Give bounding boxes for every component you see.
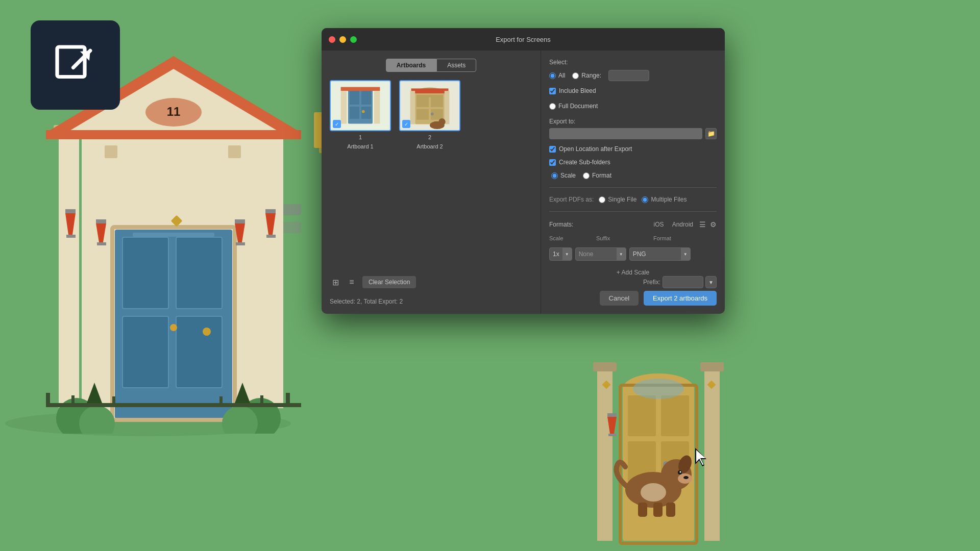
select-label: Select: <box>549 59 717 66</box>
add-scale-row: + Add Scale <box>549 269 717 276</box>
tab-artboards[interactable]: Artboards <box>386 59 436 72</box>
multiple-files-radio[interactable] <box>642 196 648 203</box>
svg-rect-24 <box>122 316 168 388</box>
single-file-radio[interactable] <box>599 196 605 203</box>
include-bleed-checkbox[interactable] <box>549 88 556 94</box>
svg-rect-69 <box>374 91 380 123</box>
settings-format-icon[interactable]: ⚙ <box>710 220 717 229</box>
svg-rect-48 <box>112 396 115 407</box>
artboard-1-name: Artboard 1 <box>347 143 373 149</box>
prefix-dropdown-arrow[interactable]: ▼ <box>705 276 717 288</box>
scale-dropdown-arrow[interactable]: ▼ <box>562 247 572 261</box>
artboard-2-number: 2 <box>428 134 431 140</box>
format-column-headers: Scale Suffix Format <box>549 235 717 241</box>
svg-rect-74 <box>416 109 429 120</box>
svg-rect-109 <box>638 503 647 517</box>
svg-rect-86 <box>593 362 617 371</box>
export-button[interactable]: Export 2 artboards <box>644 291 717 306</box>
all-radio[interactable] <box>549 72 556 79</box>
svg-point-83 <box>438 118 445 125</box>
svg-point-78 <box>431 112 434 115</box>
svg-rect-22 <box>122 237 168 309</box>
open-location-checkbox[interactable] <box>549 146 556 153</box>
export-path-input[interactable] <box>549 128 702 139</box>
prefix-area: Prefix: ▼ <box>643 276 725 288</box>
action-buttons: Cancel Export 2 artboards <box>600 291 717 306</box>
single-file-option: Single File <box>599 196 636 203</box>
artboard-2-check <box>402 120 410 128</box>
minimize-button[interactable] <box>339 36 346 43</box>
right-panel: Select: All Range: 1–2 Include Bleed <box>541 51 725 314</box>
format-radio-text: Format <box>592 172 611 179</box>
svg-rect-19 <box>228 145 241 158</box>
all-radio-label[interactable]: All <box>549 72 565 79</box>
svg-rect-52 <box>286 393 290 407</box>
svg-rect-110 <box>653 503 663 517</box>
svg-rect-87 <box>700 362 724 371</box>
svg-rect-34 <box>265 209 276 213</box>
range-input[interactable]: 1–2 <box>608 70 649 81</box>
grid-view-icon[interactable]: ⊞ <box>330 277 341 288</box>
all-radio-text: All <box>558 72 565 79</box>
close-button[interactable] <box>329 36 335 43</box>
formats-label: Formats: <box>549 221 573 228</box>
svg-point-107 <box>680 471 681 473</box>
ios-tab[interactable]: iOS <box>652 220 666 229</box>
scale-value: 1x <box>550 251 562 258</box>
artboard-2-name: Artboard 2 <box>416 143 443 149</box>
svg-rect-85 <box>704 367 720 541</box>
scale-col-header: Scale <box>549 235 593 241</box>
open-location-row: Open Location after Export <box>549 145 717 153</box>
divider-2 <box>549 211 717 212</box>
create-subfolders-checkbox[interactable] <box>549 159 556 166</box>
svg-rect-81 <box>445 91 450 124</box>
suffix-value: None <box>576 251 617 258</box>
folder-browse-button[interactable]: 📁 <box>705 128 717 139</box>
range-radio[interactable] <box>572 72 579 79</box>
svg-rect-45 <box>46 393 50 407</box>
status-text: Selected: 2, Total Export: 2 <box>330 298 403 305</box>
svg-rect-15 <box>46 130 301 139</box>
format-radio[interactable] <box>583 172 590 179</box>
svg-rect-64 <box>350 107 359 119</box>
maximize-button[interactable] <box>350 36 357 43</box>
single-file-label: Single File <box>608 196 636 203</box>
artboard-thumb-1[interactable] <box>330 80 391 131</box>
prefix-input[interactable] <box>663 276 703 288</box>
svg-rect-46 <box>71 395 75 407</box>
android-tab[interactable]: Android <box>670 220 695 229</box>
artboard-item-2[interactable]: 2 Artboard 2 <box>399 80 460 149</box>
full-document-radio[interactable] <box>549 103 556 110</box>
svg-rect-25 <box>176 316 222 388</box>
list-view-icon[interactable]: ≡ <box>346 277 357 288</box>
format-dropdown-arrow[interactable]: ▼ <box>681 247 690 261</box>
range-radio-label[interactable]: Range: <box>572 72 601 79</box>
tab-assets[interactable]: Assets <box>436 59 476 72</box>
svg-point-97 <box>633 379 684 399</box>
scale-radio[interactable] <box>551 172 558 179</box>
export-to-section: Export to: 📁 <box>549 118 717 139</box>
svg-rect-18 <box>105 145 117 158</box>
suffix-col-header: Suffix <box>596 235 650 241</box>
svg-rect-31 <box>96 219 106 223</box>
format-select[interactable]: PNG ▼ <box>629 247 691 261</box>
scale-select[interactable]: 1x ▼ <box>549 247 572 261</box>
scale-row: 1x ▼ None ▼ PNG ▼ ✓ PN <box>549 247 717 261</box>
suffix-select[interactable]: None ▼ <box>575 247 626 261</box>
svg-text:11: 11 <box>167 105 181 118</box>
list-view-format-icon[interactable]: ☰ <box>699 220 706 229</box>
title-bar: Export for Screens <box>322 28 725 51</box>
export-pdfs-row: Export PDFs as: Single File Multiple Fil… <box>549 196 717 203</box>
add-scale-button[interactable]: + Add Scale <box>617 269 649 276</box>
clear-selection-button[interactable]: Clear Selection <box>362 276 416 288</box>
svg-rect-67 <box>341 87 380 91</box>
artboard-item-1[interactable]: 1 Artboard 1 <box>330 80 391 149</box>
suffix-dropdown-arrow[interactable]: ▼ <box>617 247 626 261</box>
artboard-thumb-2[interactable] <box>399 80 460 131</box>
format-radio-label[interactable]: Format <box>583 172 611 179</box>
svg-point-66 <box>362 110 365 113</box>
svg-rect-23 <box>176 237 222 309</box>
cancel-button[interactable]: Cancel <box>600 291 639 306</box>
scale-radio-label[interactable]: Scale <box>551 172 576 179</box>
left-panel: Artboards Assets <box>322 51 541 314</box>
